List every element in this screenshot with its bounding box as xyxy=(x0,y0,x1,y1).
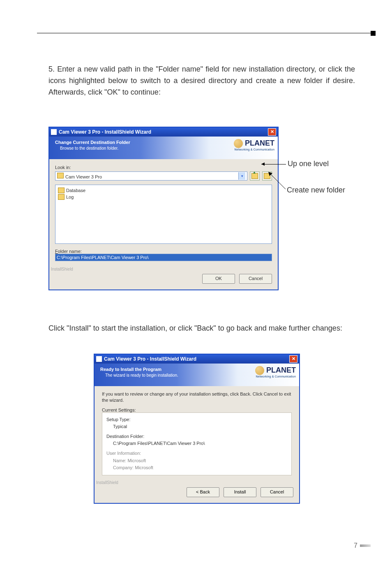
look-in-value: Cam Viewer 3 Pro xyxy=(65,174,102,179)
chevron-down-icon[interactable]: ▾ xyxy=(238,172,245,180)
annotation-up-one-level: Up one level xyxy=(288,160,329,168)
logo-text: PLANET xyxy=(266,366,296,374)
folder-name-label: Folder name: xyxy=(55,249,272,254)
page-number-value: 7 xyxy=(354,542,357,549)
ok-button[interactable]: OK xyxy=(202,274,235,284)
list-item-label: Database xyxy=(66,188,85,193)
planet-logo: PLANET Networking & Communication xyxy=(247,366,296,382)
folder-icon xyxy=(58,194,65,200)
user-info-label: User Information: xyxy=(106,450,287,457)
close-icon[interactable]: ✕ xyxy=(289,355,297,363)
dialog-body: Look in: Cam Viewer 3 Pro ▾ Database xyxy=(49,159,278,264)
titlebar: Cam Viewer 3 Pro - InstallShield Wizard … xyxy=(49,127,278,137)
list-item[interactable]: Database xyxy=(58,188,269,193)
look-in-label: Look in: xyxy=(55,165,272,170)
dialog-ready-install: Cam Viewer 3 Pro - InstallShield Wizard … xyxy=(94,354,300,504)
installshield-label: InstallShield xyxy=(51,267,276,271)
dialog-banner: Ready to Install the Program The wizard … xyxy=(95,364,299,386)
close-icon[interactable]: ✕ xyxy=(268,128,276,136)
cancel-button[interactable]: Cancel xyxy=(261,487,293,497)
logo-tagline: Networking & Communication xyxy=(225,148,274,151)
folder-list[interactable]: Database Log xyxy=(55,185,272,244)
click-install-text: Click "Install" to start the installatio… xyxy=(48,323,355,334)
page-number-bar xyxy=(360,544,371,547)
look-in-row: Cam Viewer 3 Pro ▾ xyxy=(55,171,272,181)
install-button[interactable]: Install xyxy=(224,487,256,497)
page: 5. Enter a new valid path in the "Folder… xyxy=(0,0,392,572)
page-number: 7 xyxy=(354,542,371,549)
setup-type-value: Typical xyxy=(113,423,287,431)
arrow-up-one-level xyxy=(261,164,286,164)
installshield-label: InstallShield xyxy=(96,480,297,485)
svg-line-0 xyxy=(269,173,286,189)
destination-folder-value: C:\Program Files\PLANET\Cam Viewer 3 Pro… xyxy=(113,440,287,447)
titlebar: Cam Viewer 3 Pro - InstallShield Wizard … xyxy=(95,354,299,364)
folder-icon xyxy=(58,188,65,193)
list-item-label: Log xyxy=(66,195,74,199)
planet-logo: PLANET Networking & Communication xyxy=(225,139,274,155)
user-name: Name: Microsoft xyxy=(113,457,287,465)
dialog-change-folder: Cam Viewer 3 Pro - InstallShield Wizard … xyxy=(48,127,279,290)
dialog-banner: Change Current Destination Folder Browse… xyxy=(49,137,278,159)
globe-icon xyxy=(234,139,243,148)
annotation-create-new-folder: Create new folder xyxy=(287,186,345,195)
window-icon xyxy=(96,356,102,362)
list-item[interactable]: Log xyxy=(58,194,269,200)
dialog-ready-install-wrap: Cam Viewer 3 Pro - InstallShield Wizard … xyxy=(94,354,300,504)
dialog-buttons: OK Cancel xyxy=(49,272,278,289)
arrow-create-new-folder xyxy=(268,172,289,192)
back-button[interactable]: < Back xyxy=(187,487,219,497)
settings-summary: Setup Type: Typical Destination Folder: … xyxy=(102,412,292,475)
user-company: Company: Microsoft xyxy=(113,464,287,472)
logo-tagline: Networking & Communication xyxy=(247,375,296,378)
destination-folder-label: Destination Folder: xyxy=(106,433,287,440)
window-title: Cam Viewer 3 Pro - InstallShield Wizard xyxy=(104,356,196,362)
dialog-body: If you want to review or change any of y… xyxy=(95,386,299,477)
up-one-level-button[interactable] xyxy=(250,171,260,181)
current-settings-label: Current Settings: xyxy=(102,408,292,412)
step5-text: 5. Enter a new valid path in the "Folder… xyxy=(48,64,355,98)
window-icon xyxy=(51,129,57,135)
info-text: If you want to review or change any of y… xyxy=(102,391,292,403)
header-rule xyxy=(37,33,376,33)
globe-icon xyxy=(255,366,264,375)
folder-icon xyxy=(57,173,64,178)
look-in-combo[interactable]: Cam Viewer 3 Pro ▾ xyxy=(55,171,247,181)
header-square xyxy=(371,31,376,36)
up-one-level-icon xyxy=(251,173,258,179)
logo-text: PLANET xyxy=(245,139,274,147)
folder-name-input[interactable] xyxy=(55,254,272,261)
dialog-change-folder-wrap: Cam Viewer 3 Pro - InstallShield Wizard … xyxy=(48,127,279,290)
setup-type-label: Setup Type: xyxy=(106,416,287,424)
window-title: Cam Viewer 3 Pro - InstallShield Wizard xyxy=(59,129,151,135)
cancel-button[interactable]: Cancel xyxy=(239,274,272,284)
dialog-buttons: < Back Install Cancel xyxy=(95,486,299,503)
